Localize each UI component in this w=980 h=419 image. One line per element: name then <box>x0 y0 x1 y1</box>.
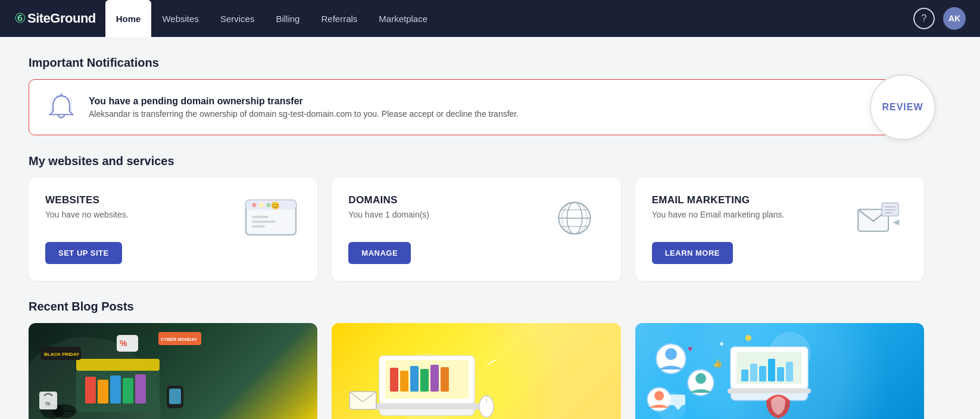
svg-rect-68 <box>777 367 784 381</box>
domains-card-info: DOMAINS You have 1 domain(s) <box>348 194 544 231</box>
domains-card-desc: You have 1 domain(s) <box>348 210 544 219</box>
blog-card-2[interactable] <box>332 323 620 419</box>
main-content: Important Notifications You have a pendi… <box>0 37 953 419</box>
notifications-section: Important Notifications You have a pendi… <box>29 56 924 135</box>
svg-marker-22 <box>892 219 899 225</box>
websites-card-title: WEBSITES <box>45 194 241 206</box>
svg-point-77 <box>745 335 751 341</box>
svg-rect-7 <box>252 216 269 218</box>
websites-card-desc: You have no websites. <box>45 210 241 219</box>
blog-title: Recent Blog Posts <box>29 300 924 314</box>
notification-card: You have a pending domain ownership tran… <box>29 79 924 135</box>
help-icon: ? <box>922 13 927 24</box>
svg-rect-37 <box>169 389 181 404</box>
svg-rect-53 <box>373 404 480 409</box>
email-marketing-card-desc: You have no Email marketing plans. <box>652 210 848 219</box>
svg-rect-25 <box>85 377 96 404</box>
blog-card-3-inner: ♥ 👍 <box>635 323 924 419</box>
svg-point-78 <box>720 342 723 346</box>
logo-icon: ⑥ <box>14 11 26 26</box>
svg-rect-67 <box>768 359 775 381</box>
email-marketing-card-info: EMAIL MARKETING You have no Email market… <box>652 194 848 231</box>
help-button[interactable]: ? <box>913 8 935 29</box>
blog-card-1-inner: % BLACK FRIDAY CYBER MONDAY <box>29 323 317 419</box>
learn-more-button[interactable]: LEARN MORE <box>652 242 733 264</box>
nav-right: ? AK <box>913 7 966 30</box>
blog-grid: % BLACK FRIDAY CYBER MONDAY <box>29 323 924 419</box>
svg-rect-29 <box>135 374 146 404</box>
logo[interactable]: ⑥ SiteGround <box>14 11 96 26</box>
svg-point-5 <box>260 203 264 207</box>
svg-point-74 <box>695 373 706 384</box>
blog-card-3[interactable]: ♥ 👍 <box>635 323 924 419</box>
nav-item-services[interactable]: Services <box>210 0 266 37</box>
user-avatar[interactable]: AK <box>943 7 966 30</box>
svg-line-58 <box>486 361 491 366</box>
svg-text:BLACK FRIDAY: BLACK FRIDAY <box>44 352 80 357</box>
domains-card-image <box>545 194 604 242</box>
svg-rect-26 <box>98 380 108 404</box>
setup-site-button[interactable]: SET UP SITE <box>45 242 122 264</box>
nav-item-marketplace[interactable]: Marketplace <box>368 0 438 37</box>
svg-rect-69 <box>786 362 793 381</box>
websites-card-top: WEBSITES You have no websites. <box>45 194 301 242</box>
svg-point-72 <box>665 348 677 360</box>
svg-text:%: % <box>120 339 127 348</box>
user-initials: AK <box>948 14 960 23</box>
notification-icon <box>46 92 77 123</box>
svg-text:♥: ♥ <box>688 344 692 353</box>
svg-rect-48 <box>400 371 408 392</box>
svg-rect-65 <box>750 364 757 381</box>
svg-rect-49 <box>410 366 419 392</box>
services-section: My websites and services WEBSITES You ha… <box>29 154 924 281</box>
svg-point-76 <box>654 391 664 401</box>
svg-rect-18 <box>882 203 898 216</box>
blog-section: Recent Blog Posts <box>29 300 924 419</box>
svg-rect-8 <box>252 221 276 223</box>
email-marketing-card-title: EMAIL MARKETING <box>652 194 848 206</box>
svg-rect-28 <box>123 378 133 404</box>
services-grid: WEBSITES You have no websites. <box>29 178 924 281</box>
svg-text:😊: 😊 <box>271 201 280 210</box>
blog-card-2-inner <box>332 323 620 419</box>
svg-text:CYBER MONDAY: CYBER MONDAY <box>161 337 197 342</box>
svg-rect-51 <box>430 365 439 392</box>
domains-card-title: DOMAINS <box>348 194 544 206</box>
svg-rect-52 <box>441 367 449 392</box>
svg-rect-9 <box>252 225 265 228</box>
svg-rect-81 <box>669 395 685 405</box>
blog-card-1[interactable]: % BLACK FRIDAY CYBER MONDAY <box>29 323 317 419</box>
svg-rect-50 <box>420 369 429 392</box>
services-title: My websites and services <box>29 154 924 168</box>
svg-rect-70 <box>728 389 811 393</box>
notification-title: You have a pending domain ownership tran… <box>89 96 907 107</box>
nav-links: Home Websites Services Billing Referrals… <box>105 0 438 37</box>
nav-item-home[interactable]: Home <box>105 0 152 37</box>
notifications-title: Important Notifications <box>29 56 924 70</box>
review-btn-wrap: REVIEW <box>870 75 935 140</box>
svg-text:🛍: 🛍 <box>45 401 51 406</box>
websites-card-image: 😊 <box>241 194 301 242</box>
domains-card: DOMAINS You have 1 domain(s) <box>332 178 620 281</box>
websites-card-info: WEBSITES You have no websites. <box>45 194 241 231</box>
svg-rect-27 <box>110 375 121 404</box>
websites-card: WEBSITES You have no websites. <box>29 178 317 281</box>
manage-button[interactable]: MANAGE <box>348 242 411 264</box>
review-button[interactable]: REVIEW <box>870 75 935 140</box>
svg-rect-47 <box>390 368 398 392</box>
email-marketing-card-top: EMAIL MARKETING You have no Email market… <box>652 194 907 242</box>
nav-item-referrals[interactable]: Referrals <box>310 0 368 37</box>
nav-item-websites[interactable]: Websites <box>151 0 209 37</box>
svg-marker-57 <box>486 359 498 366</box>
domains-card-top: DOMAINS You have 1 domain(s) <box>348 194 604 242</box>
svg-point-6 <box>267 203 271 207</box>
email-marketing-card: EMAIL MARKETING You have no Email market… <box>635 178 924 281</box>
svg-point-4 <box>252 203 257 207</box>
notification-description: Aleksandar is transferring the ownership… <box>89 109 907 119</box>
nav-item-billing[interactable]: Billing <box>265 0 310 37</box>
svg-text:👍: 👍 <box>713 358 723 368</box>
logo-text: SiteGround <box>27 11 96 26</box>
svg-rect-64 <box>741 370 748 381</box>
email-marketing-card-image <box>848 194 907 242</box>
notification-body: You have a pending domain ownership tran… <box>89 96 907 119</box>
